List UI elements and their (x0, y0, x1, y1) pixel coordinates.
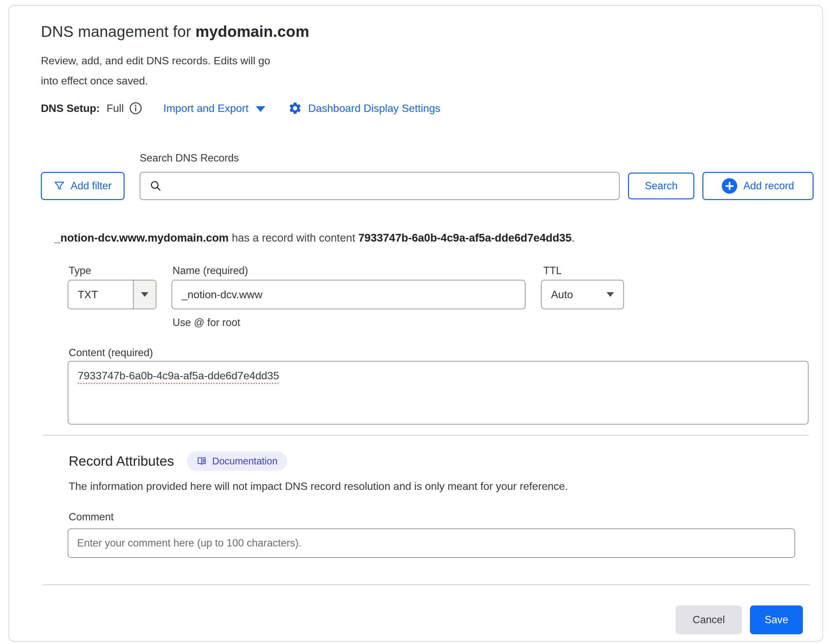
record-attributes-description: The information provided here will not i… (69, 480, 568, 493)
search-button[interactable]: Search (628, 173, 694, 199)
import-export-link[interactable]: Import and Export (163, 102, 265, 114)
plus-circle-icon (722, 178, 737, 194)
search-button-label: Search (645, 180, 678, 192)
import-export-label: Import and Export (163, 102, 249, 114)
cancel-button[interactable]: Cancel (676, 606, 742, 634)
add-record-button[interactable]: Add record (702, 172, 814, 200)
comment-input-container (68, 528, 795, 558)
documentation-label: Documentation (212, 456, 278, 467)
dashboard-display-settings-label: Dashboard Display Settings (308, 102, 440, 114)
add-record-label: Add record (743, 180, 794, 192)
section-divider (43, 435, 809, 436)
dns-setup-value: Full (106, 102, 124, 114)
magnifier-icon (150, 180, 162, 192)
content-value: 7933747b-6a0b-4c9a-af5a-dde6d7e4dd35 (78, 370, 279, 382)
subtitle-line-1: Review, add, and edit DNS records. Edits… (41, 51, 270, 71)
dns-management-page: DNS management for mydomain.com Review, … (0, 0, 830, 644)
ttl-select[interactable]: Auto (541, 280, 624, 309)
add-filter-button[interactable]: Add filter (41, 172, 125, 200)
add-filter-label: Add filter (71, 180, 111, 192)
search-input-container (140, 172, 620, 200)
record-attributes-header: Record Attributes Documentation (69, 451, 287, 471)
name-label: Name (required) (173, 265, 248, 277)
type-select[interactable]: TXT (68, 280, 157, 309)
dns-setup-row: DNS Setup: Full Import and Export (41, 100, 440, 117)
page-title-domain: mydomain.com (195, 23, 309, 40)
comment-input[interactable] (68, 529, 795, 557)
type-select-caret-zone[interactable] (133, 281, 156, 309)
notice-middle-text: has a record with content (229, 232, 358, 244)
gear-icon (288, 101, 302, 115)
dns-management-card: DNS management for mydomain.com Review, … (8, 5, 823, 642)
chevron-down-icon (607, 292, 614, 297)
save-button-label: Save (765, 614, 789, 626)
name-input[interactable] (172, 281, 525, 309)
notice-record-content: 7933747b-6a0b-4c9a-af5a-dde6d7e4dd35 (358, 232, 572, 244)
page-subtitle: Review, add, and edit DNS records. Edits… (41, 51, 270, 91)
cancel-button-label: Cancel (693, 614, 725, 626)
notice-suffix: . (572, 232, 575, 244)
record-exists-notice: _notion-dcv.www.mydomain.com has a recor… (54, 232, 575, 244)
funnel-icon (54, 181, 65, 191)
save-button[interactable]: Save (750, 606, 803, 634)
ttl-select-value: Auto (551, 289, 573, 301)
content-label: Content (required) (69, 347, 153, 359)
page-title: DNS management for mydomain.com (41, 22, 309, 41)
name-helper-text: Use @ for root (173, 317, 240, 329)
chevron-down-icon (141, 292, 148, 297)
page-title-prefix: DNS management for (41, 23, 195, 40)
open-book-icon (196, 456, 207, 466)
notice-record-name: _notion-dcv.www.mydomain.com (54, 232, 229, 244)
type-select-value: TXT (68, 289, 133, 301)
record-attributes-heading: Record Attributes (69, 453, 174, 469)
info-circle-icon[interactable] (128, 101, 143, 115)
search-input[interactable] (162, 173, 619, 199)
search-dns-records-label: Search DNS Records (140, 152, 239, 164)
documentation-link[interactable]: Documentation (187, 451, 287, 471)
name-input-container (171, 280, 526, 309)
dashboard-display-settings-link[interactable]: Dashboard Display Settings (288, 101, 440, 115)
comment-label: Comment (69, 511, 114, 523)
subtitle-line-2: into effect once saved. (41, 71, 270, 91)
chevron-down-icon (256, 106, 265, 112)
content-textarea[interactable]: 7933747b-6a0b-4c9a-af5a-dde6d7e4dd35 (68, 361, 809, 425)
footer-divider (43, 584, 809, 585)
type-label: Type (69, 265, 91, 277)
ttl-label: TTL (543, 265, 562, 277)
dns-setup-label: DNS Setup: (41, 102, 100, 114)
